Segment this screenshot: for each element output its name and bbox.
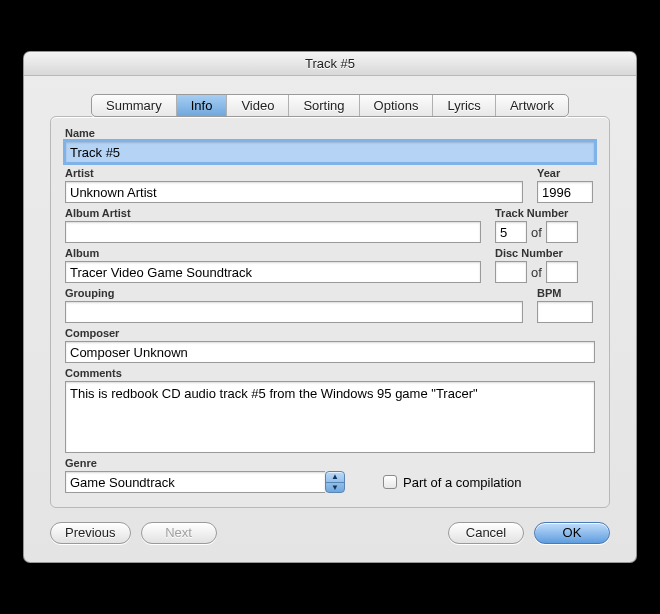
content-area: Summary Info Video Sorting Options Lyric… <box>24 76 636 562</box>
ok-button[interactable]: OK <box>534 522 610 544</box>
previous-button[interactable]: Previous <box>50 522 131 544</box>
artist-label: Artist <box>65 167 523 179</box>
tab-bar: Summary Info Video Sorting Options Lyric… <box>50 94 610 117</box>
chevron-up-icon: ▲ <box>326 472 344 483</box>
next-button[interactable]: Next <box>141 522 217 544</box>
tab-info[interactable]: Info <box>177 95 228 116</box>
footer: Previous Next Cancel OK <box>50 522 610 544</box>
tab-summary[interactable]: Summary <box>92 95 177 116</box>
disc-total-input[interactable] <box>546 261 578 283</box>
compilation-checkbox[interactable] <box>383 475 397 489</box>
year-label: Year <box>537 167 595 179</box>
info-panel: Name Artist Year Album Artist <box>50 116 610 508</box>
titlebar: Track #5 <box>24 52 636 76</box>
name-input[interactable] <box>65 141 595 163</box>
name-label: Name <box>65 127 595 139</box>
bpm-label: BPM <box>537 287 595 299</box>
compilation-label: Part of a compilation <box>403 475 522 490</box>
album-label: Album <box>65 247 481 259</box>
bpm-input[interactable] <box>537 301 593 323</box>
window-title: Track #5 <box>305 56 355 71</box>
grouping-label: Grouping <box>65 287 523 299</box>
track-total-input[interactable] <box>546 221 578 243</box>
chevron-down-icon: ▼ <box>326 483 344 493</box>
year-input[interactable] <box>537 181 593 203</box>
genre-stepper-icon[interactable]: ▲ ▼ <box>325 471 345 493</box>
tabs-container: Summary Info Video Sorting Options Lyric… <box>91 94 569 117</box>
tab-video[interactable]: Video <box>227 95 289 116</box>
album-artist-label: Album Artist <box>65 207 481 219</box>
genre-label: Genre <box>65 457 345 469</box>
cancel-button[interactable]: Cancel <box>448 522 524 544</box>
disc-number-label: Disc Number <box>495 247 595 259</box>
composer-label: Composer <box>65 327 595 339</box>
composer-input[interactable] <box>65 341 595 363</box>
dialog-window: Track #5 Summary Info Video Sorting Opti… <box>23 51 637 563</box>
tab-options[interactable]: Options <box>360 95 434 116</box>
tab-sorting[interactable]: Sorting <box>289 95 359 116</box>
album-artist-input[interactable] <box>65 221 481 243</box>
grouping-input[interactable] <box>65 301 523 323</box>
track-num-input[interactable] <box>495 221 527 243</box>
comments-label: Comments <box>65 367 595 379</box>
track-of-label: of <box>531 225 542 240</box>
disc-num-input[interactable] <box>495 261 527 283</box>
track-number-label: Track Number <box>495 207 595 219</box>
tab-lyrics[interactable]: Lyrics <box>433 95 495 116</box>
artist-input[interactable] <box>65 181 523 203</box>
genre-combo[interactable]: ▲ ▼ <box>65 471 345 493</box>
tab-artwork[interactable]: Artwork <box>496 95 568 116</box>
disc-of-label: of <box>531 265 542 280</box>
genre-input[interactable] <box>65 471 325 493</box>
comments-textarea[interactable] <box>65 381 595 453</box>
album-input[interactable] <box>65 261 481 283</box>
